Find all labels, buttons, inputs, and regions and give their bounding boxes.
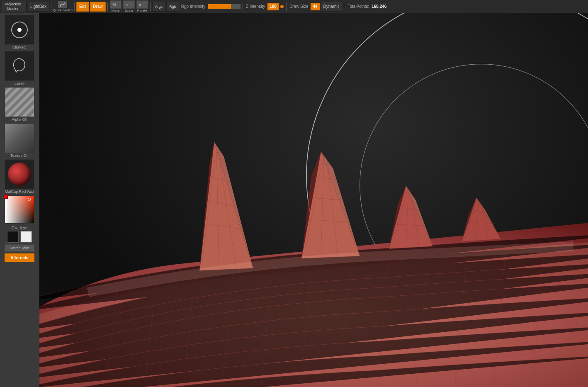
sep4 xyxy=(150,2,151,11)
3d-body-group xyxy=(39,142,588,387)
black-swatch[interactable] xyxy=(7,231,19,243)
edit-label: Edit xyxy=(79,4,86,9)
texture-label: Texture Off xyxy=(10,153,29,158)
quick-sketch-icon xyxy=(59,2,66,7)
color-picker-main[interactable] xyxy=(5,195,34,224)
total-points-value: 168,246 xyxy=(372,4,386,9)
projection-master-label: Projection Master xyxy=(5,2,21,11)
gradient-item: Gradient xyxy=(2,225,37,243)
rotate-icon: R xyxy=(138,1,146,8)
main-area: ClipRect Lasso Alpha Off Texture Off xyxy=(0,13,588,387)
rotate-label: Rotate xyxy=(137,9,147,12)
draw-button[interactable]: Draw xyxy=(90,2,105,12)
draw-size-value[interactable]: 44 xyxy=(311,3,319,10)
texture-thumb[interactable] xyxy=(5,123,34,153)
z-intensity-value[interactable]: 100 xyxy=(267,3,279,10)
svg-text:R: R xyxy=(139,3,141,7)
texture-item[interactable]: Texture Off xyxy=(2,123,37,158)
main-toolbar: Projection Master LightBox Quick Sketch … xyxy=(0,0,588,13)
cliprect-thumb[interactable] xyxy=(5,15,34,45)
z-intensity-group: Z Intensity 100 xyxy=(245,3,279,10)
dynamic-label: Dynamic xyxy=(323,4,340,9)
lightbox-label: LightBox xyxy=(30,4,46,9)
matcap-item[interactable]: MatCap Red Wax xyxy=(2,159,37,194)
switchcolor-label: SwitchColor xyxy=(10,246,29,250)
edit-button[interactable]: Edit xyxy=(76,2,89,12)
draw-size-group: Draw Size 44 xyxy=(288,3,320,10)
lasso-thumb[interactable] xyxy=(5,51,34,81)
gradient-swatches xyxy=(7,231,32,243)
alpha-thumb[interactable] xyxy=(5,87,34,117)
switchcolor-item[interactable]: SwitchColor xyxy=(2,244,37,252)
cliprect-item[interactable]: ClipRect xyxy=(2,15,37,49)
projection-master-button[interactable]: Projection Master xyxy=(2,1,27,12)
alternate-label: Alternate xyxy=(10,256,28,260)
sep1 xyxy=(51,2,51,11)
rotate-button[interactable]: R Rotate xyxy=(136,0,148,12)
spike-3 xyxy=(389,185,432,248)
gradient-label: Gradient xyxy=(12,226,27,230)
spike-4 xyxy=(462,198,501,241)
switchcolor-button[interactable]: SwitchColor xyxy=(5,244,34,252)
matcap-thumb[interactable] xyxy=(5,159,34,189)
quick-sketch-button[interactable]: Quick Sketch xyxy=(53,1,73,12)
quick-sketch-label: Quick Sketch xyxy=(53,8,73,12)
alpha-label: Alpha Off xyxy=(12,117,27,122)
svg-text:S: S xyxy=(126,3,128,7)
scale-icon: S xyxy=(125,1,133,8)
sep6 xyxy=(286,2,287,11)
lasso-item[interactable]: Lasso xyxy=(2,51,37,85)
rgb-label: Rgb xyxy=(169,5,176,9)
move-button[interactable]: M Move xyxy=(110,0,121,12)
spike-2 xyxy=(301,151,360,258)
matcap-label: MatCap Red Wax xyxy=(5,190,34,194)
draw-size-label: Draw Size xyxy=(289,4,309,9)
rgb-intensity-label: Rgb Intensity xyxy=(181,4,205,9)
args-button[interactable]: Args xyxy=(152,2,166,12)
move-label: Move xyxy=(112,9,120,12)
args-label: Args xyxy=(155,5,163,9)
z-slider-dot xyxy=(280,5,284,8)
color-red-indicator xyxy=(4,195,8,199)
lightbox-button[interactable]: LightBox xyxy=(27,2,49,12)
dynamic-button[interactable]: Dynamic xyxy=(321,2,343,12)
spike-1 xyxy=(199,142,253,270)
z-intensity-label: Z Intensity xyxy=(246,4,265,9)
scale-label: Scale xyxy=(125,9,133,12)
rgb-intensity-slider[interactable]: — xyxy=(208,4,241,10)
sep2 xyxy=(74,2,75,11)
total-points-label: TotalPoints: xyxy=(347,4,369,9)
alpha-item[interactable]: Alpha Off xyxy=(2,87,37,122)
draw-label: Draw xyxy=(93,4,102,9)
cliprect-label: ClipRect xyxy=(12,45,27,49)
rgb-intensity-group: Rgb Intensity — xyxy=(180,4,241,10)
color-picker-item[interactable] xyxy=(2,195,37,224)
move-icon: M xyxy=(112,1,119,8)
sidebar: ClipRect Lasso Alpha Off Texture Off xyxy=(0,13,39,387)
rgb-button[interactable]: Rgb xyxy=(166,2,179,12)
lasso-icon xyxy=(9,56,30,76)
sep5 xyxy=(243,2,243,11)
alternate-button[interactable]: Alternate xyxy=(5,253,34,262)
sep3 xyxy=(107,2,108,11)
sep7 xyxy=(344,2,344,11)
scene-viewport xyxy=(39,13,588,387)
svg-text:M: M xyxy=(112,2,116,7)
white-swatch[interactable] xyxy=(20,231,32,243)
lasso-label: Lasso xyxy=(15,81,24,85)
alternate-item[interactable]: Alternate xyxy=(2,253,37,262)
canvas-area[interactable] xyxy=(39,13,588,387)
scale-button[interactable]: S Scale xyxy=(123,0,135,12)
